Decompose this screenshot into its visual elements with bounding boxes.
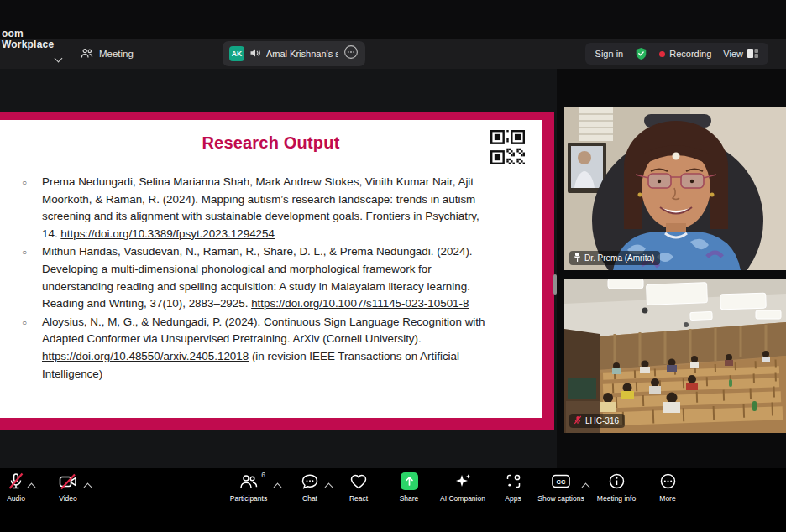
- ellipsis-icon[interactable]: [343, 44, 359, 63]
- audio-label: Audio: [7, 494, 25, 503]
- recording-dot: [659, 51, 665, 57]
- mic-muted-icon: [7, 472, 25, 490]
- citation-item: Prema Nedungadi, Selina Marianna Shah, M…: [22, 174, 489, 243]
- video-options-chevron[interactable]: [85, 478, 91, 493]
- video-label: Video: [59, 494, 77, 503]
- audio-options-chevron[interactable]: [29, 478, 34, 493]
- topbar-right-controls: Sign in Recording View: [585, 43, 768, 65]
- tab-meeting[interactable]: Meeting: [81, 39, 134, 69]
- meeting-info-label: Meeting info: [597, 494, 636, 503]
- slide-content: Research Output Prema Nedungadi, Selina …: [0, 120, 542, 418]
- video-tile-speaker[interactable]: Dr. Prema (Amrita): [564, 107, 786, 270]
- recording-indicator: Recording: [659, 49, 711, 59]
- zoom-meeting-window: oom Workplace Meeting AK Amal Krishnan's: [0, 0, 786, 532]
- slide-title: Research Output: [0, 133, 542, 153]
- doi-link[interactable]: https://doi.org/10.1007/s11145-023-10501…: [251, 297, 469, 310]
- video-tile-room[interactable]: LHC-316: [564, 279, 786, 433]
- apps-icon: [505, 472, 522, 490]
- avatar: AK: [229, 46, 244, 61]
- more-label: More: [659, 494, 675, 503]
- chat-icon: [301, 472, 319, 490]
- camera-muted-icon: [58, 472, 78, 490]
- more-icon: [659, 472, 677, 490]
- people-icon: [81, 48, 93, 60]
- pin-icon: [574, 253, 581, 263]
- room-name-badge: LHC-316: [569, 414, 625, 428]
- view-grid-icon: [747, 49, 758, 60]
- logo-line-2: Workplace: [2, 39, 54, 50]
- participant-name-badge: Dr. Prema (Amrita): [569, 251, 660, 265]
- cc-icon: CC: [551, 472, 571, 490]
- speaker-video-scene: [564, 107, 786, 270]
- meeting-toolbar: Audio Video 6: [0, 468, 786, 532]
- citation-item: Mithun Haridas, Vasudevan, N., Raman, R.…: [22, 243, 489, 312]
- ai-companion-label: AI Companion: [440, 494, 485, 503]
- participants-icon: 6: [239, 472, 258, 490]
- chat-label: Chat: [302, 494, 317, 503]
- chevron-down-icon[interactable]: [55, 50, 61, 65]
- tab-shared-screen-label: Amal Krishnan's screen: [266, 49, 338, 59]
- doi-link[interactable]: https://doi.org/10.48550/arxiv.2405.1201…: [42, 350, 249, 362]
- qr-code: [490, 130, 525, 164]
- captions-label: Show captions: [537, 494, 584, 503]
- participants-options-chevron[interactable]: [275, 478, 280, 493]
- presentation-slide: Research Output Prema Nedungadi, Selina …: [0, 112, 554, 430]
- svg-text:CC: CC: [557, 478, 566, 486]
- speaker-icon: [249, 46, 261, 61]
- view-label: View: [723, 49, 743, 59]
- shield-check-icon: [635, 47, 647, 60]
- heart-icon: [349, 472, 368, 490]
- meeting-tab-bar: oom Workplace Meeting AK Amal Krishnan's: [0, 39, 786, 69]
- tab-shared-screen[interactable]: AK Amal Krishnan's screen: [223, 41, 365, 66]
- participants-count: 6: [261, 471, 265, 479]
- participants-button[interactable]: 6 Participants: [219, 472, 278, 503]
- more-button[interactable]: More: [638, 472, 697, 503]
- apps-label: Apps: [505, 494, 521, 503]
- participants-label: Participants: [230, 494, 267, 503]
- citation-list: Prema Nedungadi, Selina Marianna Shah, M…: [22, 174, 489, 383]
- citation-text: Aloysius, N., M, G., & Nedungadi, P. (20…: [42, 316, 485, 346]
- recording-label: Recording: [669, 49, 711, 59]
- scrollbar-thumb[interactable]: [553, 274, 557, 295]
- doi-link[interactable]: https://doi.org/10.3389/fpsyt.2023.12942…: [60, 227, 275, 240]
- room-video-scene: [564, 279, 786, 433]
- ai-sparkle-icon: [453, 472, 472, 490]
- citation-item: Aloysius, N., M, G., & Nedungadi, P. (20…: [22, 314, 489, 383]
- tab-meeting-label: Meeting: [99, 49, 134, 59]
- room-name: LHC-316: [585, 416, 619, 425]
- info-icon: [608, 472, 626, 490]
- muted-mic-small-icon: [574, 415, 582, 426]
- view-button[interactable]: View: [723, 49, 758, 60]
- sign-in-button[interactable]: Sign in: [595, 49, 624, 59]
- participant-name: Dr. Prema (Amrita): [584, 253, 654, 263]
- share-up-arrow-icon: [401, 472, 418, 490]
- share-label: Share: [400, 494, 419, 503]
- react-label: React: [349, 494, 368, 503]
- zoom-workplace-logo: oom Workplace: [2, 29, 54, 50]
- window-top-strip: [0, 0, 786, 39]
